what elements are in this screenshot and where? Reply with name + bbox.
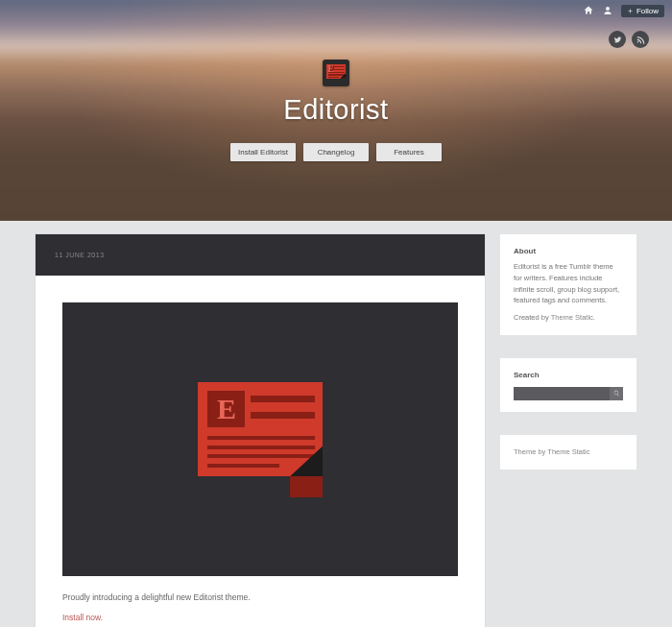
install-link[interactable]: Install now. bbox=[62, 613, 458, 622]
themeby-prefix: Theme by bbox=[514, 447, 547, 456]
post-caption: Proudly introducing a delightful new Edi… bbox=[62, 591, 458, 605]
about-widget: About Editorist is a free Tumblr theme f… bbox=[500, 234, 636, 335]
themeby-widget: Theme by Theme Static bbox=[500, 435, 636, 470]
follow-label: Follow bbox=[636, 7, 659, 15]
content-wrap: 11 JUNE 2013 E Proudly introducing a del… bbox=[36, 221, 636, 627]
hero: E Editorist Install Editorist Changelog … bbox=[0, 0, 672, 221]
search-heading: Search bbox=[514, 370, 623, 381]
newspaper-icon: E bbox=[198, 382, 323, 497]
about-body: Editorist is a free Tumblr theme for wri… bbox=[514, 261, 623, 306]
install-button[interactable]: Install Editorist bbox=[230, 143, 296, 161]
hero-nav: Install Editorist Changelog Features bbox=[230, 143, 442, 161]
post-date: 11 JUNE 2013 bbox=[36, 234, 485, 276]
search-widget: Search bbox=[500, 358, 636, 412]
newspaper-icon: E bbox=[326, 64, 346, 82]
about-heading: About bbox=[514, 246, 623, 257]
features-button[interactable]: Features bbox=[376, 143, 442, 161]
follow-button[interactable]: Follow bbox=[621, 5, 664, 17]
created-period: . bbox=[593, 313, 595, 322]
changelog-button[interactable]: Changelog bbox=[303, 143, 369, 161]
rss-icon[interactable] bbox=[632, 31, 649, 48]
main-column: 11 JUNE 2013 E Proudly introducing a del… bbox=[36, 234, 485, 627]
created-prefix: Created by bbox=[514, 313, 551, 322]
post-body: E Proudly introducing a delightful new E… bbox=[36, 276, 485, 627]
social-links bbox=[609, 31, 649, 48]
sidebar: About Editorist is a free Tumblr theme f… bbox=[500, 234, 636, 470]
site-avatar[interactable]: E bbox=[323, 60, 349, 86]
user-icon[interactable] bbox=[602, 5, 613, 16]
twitter-icon[interactable] bbox=[609, 31, 626, 48]
themeby-link[interactable]: Theme Static bbox=[547, 447, 589, 456]
search-input[interactable] bbox=[514, 387, 610, 400]
search-icon bbox=[613, 390, 620, 397]
tumblr-topbar: Follow bbox=[0, 0, 672, 21]
created-link[interactable]: Theme Static bbox=[551, 313, 593, 322]
search-submit[interactable] bbox=[610, 387, 623, 400]
post-image[interactable]: E bbox=[62, 302, 458, 576]
site-title: Editorist bbox=[230, 94, 442, 126]
dashboard-icon[interactable] bbox=[583, 5, 594, 16]
